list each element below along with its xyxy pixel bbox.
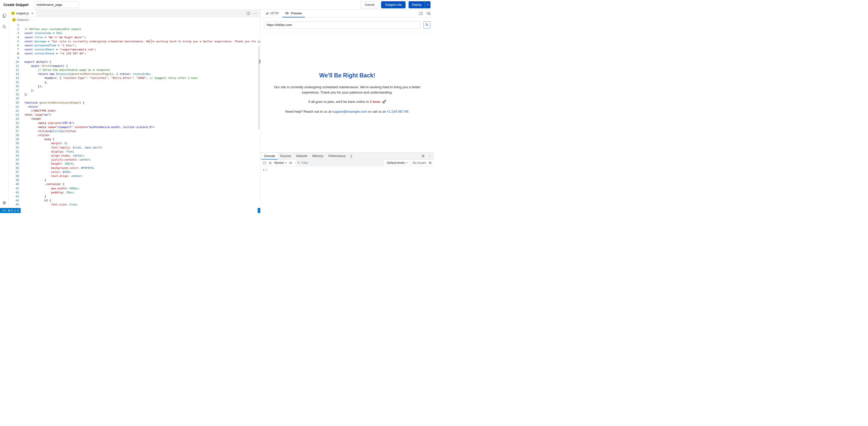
console-output[interactable]: > (260, 166, 434, 213)
line-number[interactable]: 11 (9, 64, 19, 68)
line-number[interactable]: 8 (9, 52, 19, 56)
line-number[interactable]: 9 (9, 56, 19, 60)
search-icon[interactable] (2, 24, 7, 29)
line-number[interactable]: 30 (9, 141, 19, 145)
code-line[interactable]: 8const contactPhone = "+1 234 567 89"; (9, 52, 260, 56)
line-number[interactable]: 1 (9, 23, 19, 27)
code-line[interactable]: 9 (9, 56, 260, 60)
code-line[interactable]: 5const message = "Our site is currently … (9, 39, 260, 44)
code-line[interactable]: 32 display: flex; (9, 150, 260, 154)
code-line[interactable]: 11 async fetch(request) { (9, 64, 260, 68)
code-line[interactable]: 19 (9, 96, 260, 101)
code-line[interactable]: 45 font-size: 2rem; (9, 203, 260, 207)
devtools-settings-gear-icon[interactable]: ⚙ (422, 154, 425, 158)
line-number[interactable]: 34 (9, 158, 19, 162)
code-editor[interactable]: 12// Define your customizable inputs3con… (9, 22, 260, 208)
code-line[interactable]: 40 .container { (9, 182, 260, 186)
line-number[interactable]: 22 (9, 109, 19, 113)
line-number[interactable]: 25 (9, 121, 19, 125)
line-number[interactable]: 20 (9, 101, 19, 105)
code-line[interactable]: 41 max-width: 600px; (9, 187, 260, 191)
code-line[interactable]: 23<html lang="en"> (9, 113, 260, 117)
phone-link[interactable]: +1 234 567 89 (386, 110, 408, 113)
code-line[interactable]: 30 margin: 0; (9, 141, 260, 145)
more-actions-icon[interactable]: ⋯ (253, 11, 257, 16)
issues-counter[interactable]: No Issues (412, 161, 426, 165)
code-line[interactable]: 21 return ` (9, 105, 260, 109)
code-line[interactable]: 4const title = "We'll Be Right Back!"; (9, 35, 260, 39)
line-number[interactable]: 3 (9, 31, 19, 35)
code-line[interactable]: 39 } (9, 178, 260, 182)
code-line[interactable]: 27 <title>${title}</title> (9, 129, 260, 133)
devtools-tab-sources[interactable]: Sources (278, 153, 294, 160)
line-number[interactable]: 15 (9, 80, 19, 84)
line-number[interactable]: 35 (9, 162, 19, 166)
console-settings-gear-icon[interactable]: ⚙ (429, 161, 432, 165)
split-editor-icon[interactable] (247, 11, 250, 15)
clear-console-icon[interactable]: ⊘ (269, 161, 272, 165)
line-number[interactable]: 21 (9, 105, 19, 109)
code-line[interactable]: 44 h1 { (9, 199, 260, 203)
breadcrumb[interactable]: JS snippet.js › ... (9, 17, 260, 22)
line-number[interactable]: 14 (9, 76, 19, 80)
console-sidebar-icon[interactable] (263, 161, 266, 165)
line-number[interactable]: 6 (9, 44, 19, 48)
line-number[interactable]: 37 (9, 170, 19, 174)
email-link[interactable]: support@example.com (332, 110, 367, 113)
code-line[interactable]: 22 <!DOCTYPE html> (9, 109, 260, 113)
filter-input[interactable] (302, 161, 382, 165)
line-number[interactable]: 17 (9, 88, 19, 92)
line-number[interactable]: 43 (9, 195, 19, 199)
line-number[interactable]: 28 (9, 133, 19, 137)
code-line[interactable]: 6const estimatedTime = "1 hour"; (9, 44, 260, 48)
code-line[interactable]: 10export default { (9, 60, 260, 64)
context-selector[interactable]: Worker ▾ (274, 161, 286, 165)
devtools-tab-network[interactable]: Network (294, 153, 310, 160)
live-expression-eye-icon[interactable] (289, 161, 292, 165)
line-number[interactable]: 7 (9, 48, 19, 52)
line-number[interactable]: 32 (9, 150, 19, 154)
code-line[interactable]: 42 padding: 20px; (9, 191, 260, 195)
settings-gear-icon[interactable]: ⚙ (2, 200, 7, 205)
deploy-button[interactable]: Deploy (408, 1, 425, 8)
line-number[interactable]: 2 (9, 27, 19, 31)
line-number[interactable]: 44 (9, 199, 19, 203)
line-number[interactable]: 36 (9, 166, 19, 170)
code-line[interactable]: 43 } (9, 195, 260, 199)
tab-snippet-js[interactable]: JS snippet.js × (9, 9, 36, 17)
code-line[interactable]: 33 align-items: center; (9, 154, 260, 158)
code-line[interactable]: 3const statusCode = 503; (9, 31, 260, 35)
cancel-button[interactable]: Cancel (361, 1, 378, 8)
code-line[interactable]: 29 body { (9, 137, 260, 141)
editor-scrollbar[interactable] (258, 46, 260, 129)
close-tab-icon[interactable]: × (31, 11, 33, 15)
deploy-dropdown-button[interactable]: ▾ (425, 1, 431, 8)
devtools-tab-memory[interactable]: Memory (310, 153, 326, 160)
snippets-icon[interactable] (2, 13, 7, 18)
code-line[interactable]: 37 color: #333; (9, 170, 260, 174)
code-line[interactable]: 15 }, (9, 80, 260, 84)
line-number[interactable]: 33 (9, 154, 19, 158)
code-line[interactable]: 1 (9, 23, 260, 27)
line-number[interactable]: 18 (9, 92, 19, 96)
code-line[interactable]: 13 return new Response(generateMaintenan… (9, 72, 260, 76)
line-number[interactable]: 26 (9, 125, 19, 129)
line-number[interactable]: 10 (9, 60, 19, 64)
line-number[interactable]: 42 (9, 191, 19, 195)
code-line[interactable]: 34 justify-content: center; (9, 158, 260, 162)
line-number[interactable]: 5 (9, 39, 19, 44)
tab-http[interactable]: ⇄ HTTP (263, 9, 281, 18)
code-line[interactable]: 14 headers: { "Content-Type": "text/html… (9, 76, 260, 80)
code-line[interactable]: 36 background-color: #f4f4f4; (9, 166, 260, 170)
layout-columns-icon[interactable] (419, 11, 423, 16)
refresh-button[interactable]: ↻ (424, 22, 431, 28)
code-line[interactable]: 35 height: 100vh; (9, 162, 260, 166)
tab-preview[interactable]: Preview (282, 9, 305, 18)
url-input[interactable] (264, 22, 421, 28)
snippet-rule-button[interactable]: Snippet rule (381, 1, 406, 8)
line-number[interactable]: 39 (9, 178, 19, 182)
code-line[interactable]: 16 }); (9, 84, 260, 88)
kebab-menu-icon[interactable]: ⋮ (428, 154, 432, 158)
problems-indicator[interactable]: ⊗ 0 ⚠ 0 (8, 209, 19, 212)
code-line[interactable]: 2// Define your customizable inputs (9, 27, 260, 31)
